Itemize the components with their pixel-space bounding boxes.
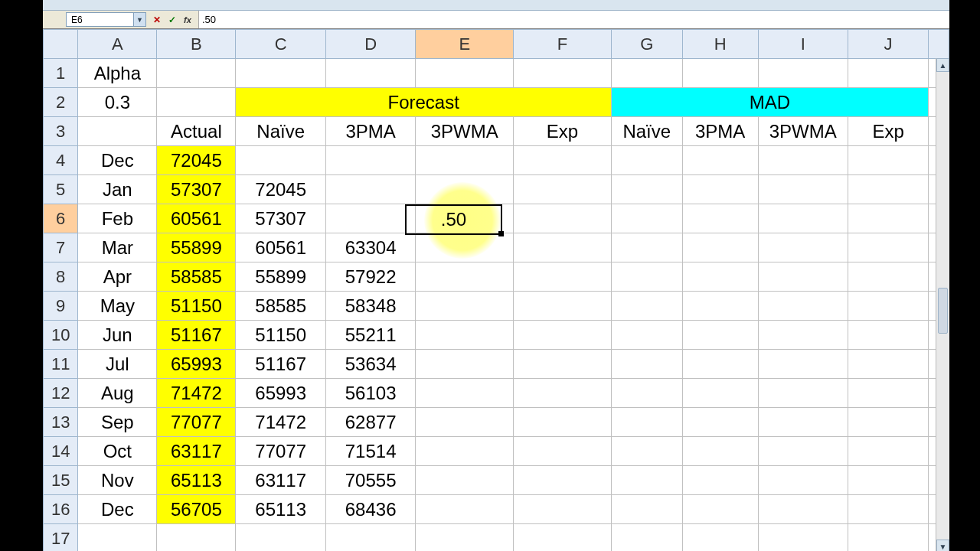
- cell-A13[interactable]: Sep: [78, 408, 157, 437]
- cell-H17[interactable]: [682, 524, 758, 552]
- cell-A9[interactable]: May: [78, 292, 157, 321]
- cell-H9[interactable]: [682, 292, 758, 321]
- cell-I1[interactable]: [758, 59, 848, 88]
- cell-I15[interactable]: [758, 466, 848, 495]
- cell-B8[interactable]: 58585: [157, 262, 236, 292]
- row-header-6[interactable]: 6: [44, 204, 78, 233]
- vertical-scrollbar[interactable]: ▲ ▼: [936, 58, 949, 551]
- cell-I4[interactable]: [758, 146, 848, 175]
- cell-E1[interactable]: [416, 59, 514, 88]
- cell-J6[interactable]: [848, 204, 929, 233]
- cell-J17[interactable]: [848, 524, 929, 552]
- cell-E5[interactable]: [416, 175, 514, 204]
- cell-H5[interactable]: [682, 175, 758, 204]
- cell-C17[interactable]: [236, 524, 325, 552]
- row-header-5[interactable]: 5: [44, 175, 78, 204]
- cell-E14[interactable]: [416, 437, 514, 466]
- row-header-11[interactable]: 11: [44, 350, 78, 379]
- cell-B5[interactable]: 57307: [157, 175, 236, 204]
- cell-I13[interactable]: [758, 408, 848, 437]
- cell-A4[interactable]: Dec: [78, 146, 157, 175]
- cell-A6[interactable]: Feb: [78, 204, 157, 233]
- cell-G4[interactable]: [611, 146, 682, 175]
- col-header-G[interactable]: G: [611, 30, 682, 59]
- cell-I7[interactable]: [758, 233, 848, 262]
- cell-D10[interactable]: 55211: [325, 321, 415, 350]
- merged-forecast-header[interactable]: Forecast: [236, 88, 611, 117]
- cell-C15[interactable]: 63117: [236, 466, 325, 495]
- cell-E17[interactable]: [416, 524, 514, 552]
- worksheet[interactable]: A B C D E F G H I J 1 Alpha: [43, 29, 949, 551]
- cell-H11[interactable]: [682, 350, 758, 379]
- cell-A15[interactable]: Nov: [78, 466, 157, 495]
- cell-G1[interactable]: [611, 59, 682, 88]
- row-header-10[interactable]: 10: [44, 321, 78, 350]
- cell-G17[interactable]: [611, 524, 682, 552]
- cell-J7[interactable]: [848, 233, 929, 262]
- cell-D6[interactable]: [325, 204, 415, 233]
- cell-J4[interactable]: [848, 146, 929, 175]
- cell-J12[interactable]: [848, 379, 929, 408]
- fx-icon[interactable]: fx: [181, 14, 194, 26]
- cell-D16[interactable]: 68436: [325, 495, 415, 524]
- cell-B10[interactable]: 51167: [157, 321, 236, 350]
- cell-D13[interactable]: 62877: [325, 408, 415, 437]
- cell-H4[interactable]: [682, 146, 758, 175]
- cell-C16[interactable]: 65113: [236, 495, 325, 524]
- cell-I9[interactable]: [758, 292, 848, 321]
- cell-G15[interactable]: [611, 466, 682, 495]
- row-header-4[interactable]: 4: [44, 146, 78, 175]
- cell-B9[interactable]: 51150: [157, 292, 236, 321]
- cell-B12[interactable]: 71472: [157, 379, 236, 408]
- cell-C9[interactable]: 58585: [236, 292, 325, 321]
- row-header-17[interactable]: 17: [44, 524, 78, 552]
- cell-I14[interactable]: [758, 437, 848, 466]
- cell-F11[interactable]: [514, 350, 612, 379]
- cell-D1[interactable]: [325, 59, 415, 88]
- row-header-16[interactable]: 16: [44, 495, 78, 524]
- cell-J15[interactable]: [848, 466, 929, 495]
- cell-F10[interactable]: [514, 321, 612, 350]
- cell-J3[interactable]: Exp: [848, 117, 929, 146]
- cell-C5[interactable]: 72045: [236, 175, 325, 204]
- cell-J9[interactable]: [848, 292, 929, 321]
- cell-E13[interactable]: [416, 408, 514, 437]
- cell-H16[interactable]: [682, 495, 758, 524]
- cell-J16[interactable]: [848, 495, 929, 524]
- cell-B15[interactable]: 65113: [157, 466, 236, 495]
- row-header-14[interactable]: 14: [44, 437, 78, 466]
- cell-E15[interactable]: [416, 466, 514, 495]
- cell-E12[interactable]: [416, 379, 514, 408]
- cell-E16[interactable]: [416, 495, 514, 524]
- merged-mad-header[interactable]: MAD: [611, 88, 928, 117]
- scroll-up-icon[interactable]: ▲: [936, 58, 949, 72]
- cell-C14[interactable]: 77077: [236, 437, 325, 466]
- cell-B7[interactable]: 55899: [157, 233, 236, 262]
- cell-B2[interactable]: [157, 88, 236, 117]
- cell-A1[interactable]: Alpha: [78, 59, 157, 88]
- row-header-13[interactable]: 13: [44, 408, 78, 437]
- cell-B11[interactable]: 65993: [157, 350, 236, 379]
- cell-A3[interactable]: [78, 117, 157, 146]
- cell-F17[interactable]: [514, 524, 612, 552]
- col-header-B[interactable]: B: [157, 30, 236, 59]
- scroll-down-icon[interactable]: ▼: [936, 540, 949, 551]
- cell-C11[interactable]: 51167: [236, 350, 325, 379]
- cell-H8[interactable]: [682, 262, 758, 292]
- cell-C13[interactable]: 71472: [236, 408, 325, 437]
- cell-E4[interactable]: [416, 146, 514, 175]
- row-header-8[interactable]: 8: [44, 262, 78, 292]
- cell-E10[interactable]: [416, 321, 514, 350]
- col-header-E[interactable]: E: [416, 30, 514, 59]
- cell-G11[interactable]: [611, 350, 682, 379]
- cell-H13[interactable]: [682, 408, 758, 437]
- cell-I10[interactable]: [758, 321, 848, 350]
- cell-B14[interactable]: 63117: [157, 437, 236, 466]
- cell-E7[interactable]: [416, 233, 514, 262]
- cell-D5[interactable]: [325, 175, 415, 204]
- cell-I11[interactable]: [758, 350, 848, 379]
- cell-C8[interactable]: 55899: [236, 262, 325, 292]
- cell-A16[interactable]: Dec: [78, 495, 157, 524]
- cell-F5[interactable]: [514, 175, 612, 204]
- cell-G6[interactable]: [611, 204, 682, 233]
